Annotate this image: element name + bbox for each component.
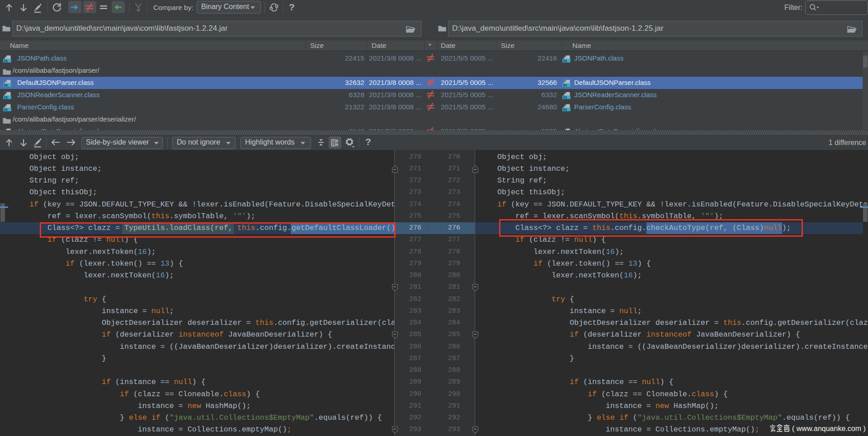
svg-text:01: 01: [563, 108, 567, 112]
svg-text:01: 01: [4, 95, 8, 99]
svg-text:01: 01: [4, 59, 8, 63]
svg-text:01: 01: [4, 108, 8, 112]
svg-text:01: 01: [563, 83, 567, 87]
svg-text:01: 01: [563, 59, 567, 63]
svg-text:01: 01: [563, 95, 567, 99]
svg-text:01: 01: [4, 83, 8, 87]
